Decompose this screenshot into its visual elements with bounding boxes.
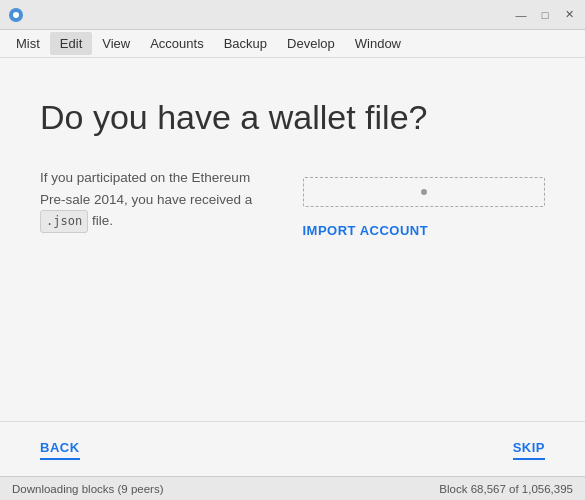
menu-edit[interactable]: Edit (50, 32, 92, 55)
menu-view[interactable]: View (92, 32, 140, 55)
maximize-button[interactable]: □ (537, 7, 553, 23)
menu-develop[interactable]: Develop (277, 32, 345, 55)
import-account-button[interactable]: IMPORT ACCOUNT (303, 223, 429, 238)
app-icon (8, 7, 24, 23)
desc-line2: Pre-sale 2014, you have received a (40, 192, 252, 207)
status-left: Downloading blocks (9 peers) (12, 483, 164, 495)
page-title: Do you have a wallet file? (40, 98, 545, 137)
menu-window[interactable]: Window (345, 32, 411, 55)
desc-line3: file. (92, 213, 113, 228)
description-text: If you participated on the Ethereum Pre-… (40, 167, 283, 233)
bottom-nav: BACK SKIP (0, 421, 585, 476)
back-button[interactable]: BACK (40, 436, 80, 464)
status-bar: Downloading blocks (9 peers) Block 68,56… (0, 476, 585, 500)
close-button[interactable]: ✕ (561, 7, 577, 23)
svg-point-1 (13, 12, 19, 18)
file-drop-area[interactable] (303, 177, 546, 207)
title-bar: — □ ✕ (0, 0, 585, 30)
drop-indicator (421, 189, 427, 195)
menu-mist[interactable]: Mist (6, 32, 50, 55)
content-row: If you participated on the Ethereum Pre-… (40, 167, 545, 238)
desc-line1: If you participated on the Ethereum (40, 170, 250, 185)
menu-bar: Mist Edit View Accounts Backup Develop W… (0, 30, 585, 58)
minimize-button[interactable]: — (513, 7, 529, 23)
window-controls: — □ ✕ (513, 7, 577, 23)
right-section: IMPORT ACCOUNT (303, 167, 546, 238)
menu-backup[interactable]: Backup (214, 32, 277, 55)
status-right: Block 68,567 of 1,056,395 (439, 483, 573, 495)
skip-button[interactable]: SKIP (513, 436, 545, 464)
main-content: Do you have a wallet file? If you partic… (0, 58, 585, 421)
menu-accounts[interactable]: Accounts (140, 32, 213, 55)
json-badge: .json (40, 210, 88, 233)
